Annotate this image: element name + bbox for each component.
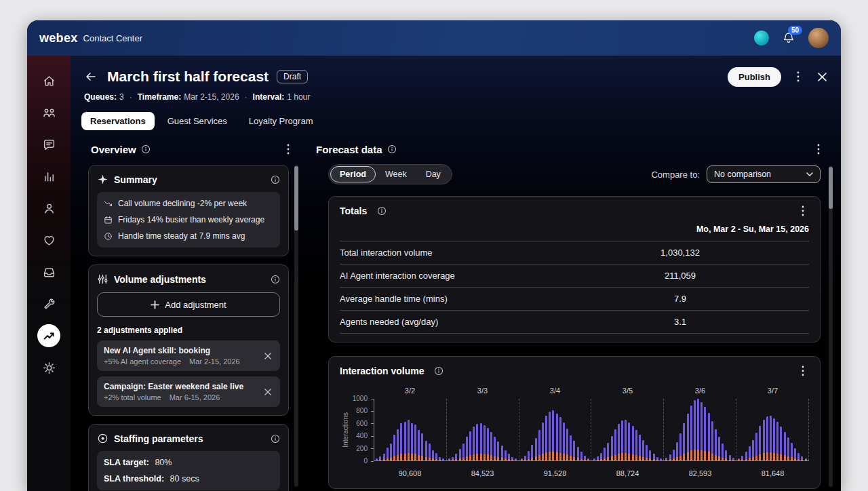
sla-threshold-value: 80 secs bbox=[170, 474, 199, 484]
chart-day-group bbox=[664, 399, 736, 460]
forecast-data-panel: Forecast data Period Week bbox=[313, 141, 841, 491]
volume-bar bbox=[393, 435, 395, 460]
publish-button[interactable]: Publish bbox=[728, 67, 781, 87]
volume-bar bbox=[559, 417, 561, 460]
volume-bar bbox=[508, 454, 510, 460]
adjustment-item: Campaign: Easter weekend sale live +2% t… bbox=[97, 376, 280, 407]
close-forecast-button[interactable] bbox=[815, 70, 829, 83]
volume-bar bbox=[587, 458, 589, 460]
sidebar-item-inbox[interactable] bbox=[37, 260, 60, 283]
tab-reservations[interactable]: Reservations bbox=[81, 112, 155, 130]
product-name: Contact Center bbox=[83, 33, 142, 43]
overview-overflow-menu[interactable] bbox=[282, 143, 294, 155]
volume-bar bbox=[466, 437, 468, 460]
comparison-select[interactable]: No comparison bbox=[707, 165, 821, 183]
sidebar-item-teams[interactable] bbox=[37, 101, 60, 124]
queues-value: 3 bbox=[119, 92, 124, 102]
add-adjustment-button[interactable]: Add adjustment bbox=[97, 292, 280, 317]
main-content: March first half forecast Draft Publish … bbox=[71, 56, 841, 491]
volume-bar bbox=[745, 452, 747, 460]
volume-bar bbox=[473, 427, 475, 460]
volume-bar bbox=[660, 458, 662, 460]
user-icon bbox=[43, 202, 56, 215]
notifications-button[interactable]: 50 bbox=[783, 32, 795, 44]
tab-guest-services[interactable]: Guest Services bbox=[159, 112, 236, 130]
view-option-period[interactable]: Period bbox=[330, 166, 376, 182]
user-avatar[interactable] bbox=[808, 28, 829, 48]
volume-bar bbox=[494, 437, 496, 460]
volume-bar bbox=[376, 458, 378, 460]
volume-bar bbox=[639, 435, 641, 460]
chart-overflow-menu[interactable] bbox=[797, 365, 809, 377]
volume-bar bbox=[459, 449, 461, 460]
info-icon[interactable] bbox=[271, 275, 280, 284]
adjustment-detail: +5% AI agent coverage bbox=[104, 357, 181, 366]
info-icon[interactable] bbox=[271, 175, 280, 184]
overview-scrollbar-track[interactable] bbox=[294, 165, 298, 487]
totals-period-header: Mo, Mar 2 - Su, Mar 15, 2026 bbox=[340, 217, 809, 241]
forecast-scrollbar-track[interactable] bbox=[829, 165, 833, 487]
sla-threshold-row: SLA threshold: 80 secs bbox=[104, 474, 273, 484]
totals-card: Totals Mo, Mar 2 - Su, Mar 15, 2026 bbox=[328, 196, 821, 342]
volume-bar bbox=[462, 444, 465, 460]
volume-bar bbox=[379, 456, 381, 460]
volume-bar bbox=[759, 426, 761, 460]
header-overflow-menu[interactable] bbox=[792, 71, 804, 83]
volume-bar bbox=[566, 429, 568, 460]
forecast-scrollbar-thumb[interactable] bbox=[829, 167, 833, 209]
volume-bar bbox=[593, 458, 595, 460]
back-button[interactable] bbox=[81, 67, 100, 86]
webex-app-icon[interactable] bbox=[754, 31, 769, 45]
calendar-icon bbox=[104, 216, 113, 224]
remove-adjustment-button[interactable] bbox=[262, 351, 273, 361]
info-icon[interactable] bbox=[387, 144, 397, 154]
info-icon[interactable] bbox=[141, 144, 151, 154]
adjustment-detail: +2% total volume bbox=[104, 393, 161, 401]
info-icon[interactable] bbox=[271, 434, 280, 444]
volume-bar bbox=[794, 448, 796, 460]
sidebar-item-interactions[interactable] bbox=[37, 133, 60, 156]
totals-title: Totals bbox=[340, 205, 367, 216]
volume-bar bbox=[776, 422, 778, 460]
volume-bar bbox=[552, 410, 554, 460]
volume-bar bbox=[687, 414, 689, 460]
overview-scrollbar-thumb[interactable] bbox=[294, 166, 298, 231]
volume-adjustments-card: Volume adjustments Add adjustment 2 adju… bbox=[88, 264, 289, 416]
volume-bar bbox=[418, 430, 420, 460]
clock-icon bbox=[104, 232, 113, 241]
volume-bar bbox=[604, 448, 606, 460]
sidebar-item-tools[interactable] bbox=[37, 292, 60, 315]
view-option-week[interactable]: Week bbox=[376, 166, 416, 182]
interval-value: 1 hour bbox=[287, 92, 310, 102]
sidebar-item-forecasting[interactable] bbox=[37, 324, 60, 347]
inbox-icon bbox=[43, 266, 56, 279]
volume-bar bbox=[704, 407, 706, 460]
view-segmented-control: Period Week Day bbox=[328, 164, 452, 184]
volume-bar bbox=[607, 443, 609, 460]
forecast-overflow-menu[interactable] bbox=[812, 143, 825, 155]
volume-bar bbox=[397, 429, 399, 460]
volume-bar bbox=[511, 457, 513, 460]
tab-loyalty-program[interactable]: Loyalty Program bbox=[240, 112, 322, 130]
sidebar-item-engagement[interactable] bbox=[37, 229, 60, 252]
chart-day-totals: 90,60884,52391,52888,72482,59381,648 bbox=[374, 461, 809, 477]
info-icon[interactable] bbox=[377, 206, 387, 216]
sidebar-item-agents[interactable] bbox=[37, 197, 60, 220]
view-option-day[interactable]: Day bbox=[416, 166, 450, 182]
volume-bar bbox=[556, 414, 558, 460]
volume-bar bbox=[515, 458, 517, 460]
totals-overflow-menu[interactable] bbox=[797, 205, 809, 217]
app-window: webex Contact Center 50 bbox=[27, 20, 841, 491]
volume-bar bbox=[439, 457, 441, 460]
sidebar-item-analytics[interactable] bbox=[37, 165, 60, 188]
summary-insight-text: Handle time steady at 7.9 mins avg bbox=[118, 231, 245, 241]
remove-adjustment-button[interactable] bbox=[262, 387, 273, 397]
summary-insight: Fridays 14% busier than weekly average bbox=[104, 215, 273, 224]
chart-y-axis-title: Interactions bbox=[342, 412, 349, 448]
volume-bar bbox=[480, 423, 482, 460]
sidebar-item-settings[interactable] bbox=[37, 356, 60, 379]
sidebar-item-home[interactable] bbox=[37, 69, 60, 92]
info-icon[interactable] bbox=[434, 366, 443, 376]
volume-bar bbox=[531, 445, 533, 460]
chart-day-group bbox=[519, 399, 592, 460]
